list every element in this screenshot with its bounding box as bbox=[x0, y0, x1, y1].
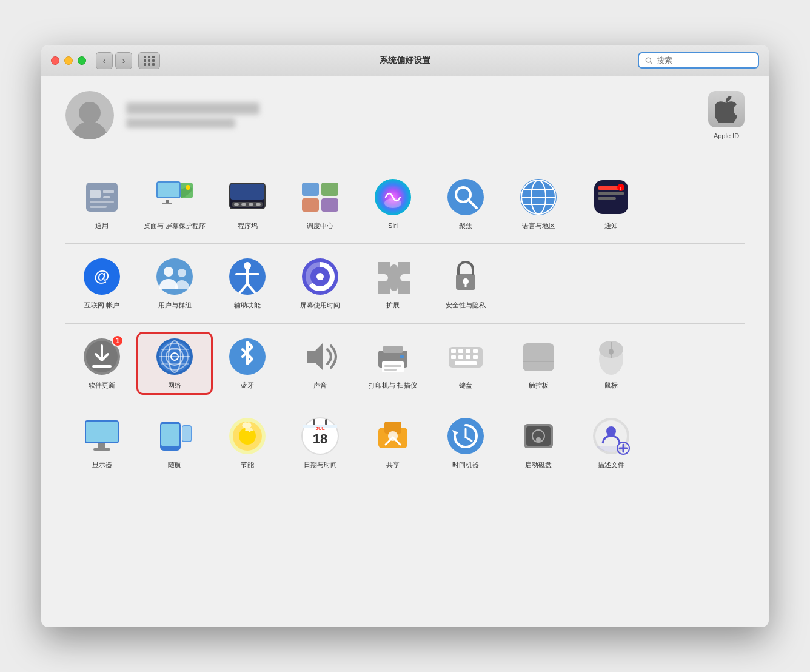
content: Apple ID 通用桌面与 屏幕保护程序程序坞调度中心Siri聚焦语言与地区!… bbox=[41, 76, 769, 627]
apple-id-section[interactable]: Apple ID bbox=[708, 91, 745, 139]
icon-img-security bbox=[446, 257, 485, 296]
icon-item-accessibility[interactable]: 辅助功能 bbox=[211, 254, 284, 313]
icon-label-screentime: 屏幕使用时间 bbox=[300, 301, 340, 309]
icon-item-notifications[interactable]: !通知 bbox=[575, 174, 648, 234]
icon-label-desktop: 桌面与 屏幕保护程序 bbox=[144, 221, 206, 230]
icon-item-general[interactable]: 通用 bbox=[65, 174, 138, 234]
icon-img-displays bbox=[82, 417, 121, 455]
svg-rect-86 bbox=[458, 355, 463, 359]
icon-item-spotlight[interactable]: 聚焦 bbox=[429, 174, 502, 234]
icon-label-network: 网络 bbox=[168, 381, 181, 389]
icon-label-sound: 声音 bbox=[313, 381, 327, 389]
icon-item-softwareupdate[interactable]: 1软件更新 bbox=[65, 334, 138, 393]
svg-text:JUL: JUL bbox=[315, 426, 324, 431]
icon-item-language[interactable]: 语言与地区 bbox=[502, 174, 575, 234]
icon-item-startup[interactable]: 启动磁盘 bbox=[502, 413, 575, 472]
icon-label-profiles: 描述文件 bbox=[598, 460, 624, 469]
svg-rect-7 bbox=[90, 206, 107, 208]
icon-item-desktop[interactable]: 桌面与 屏幕保护程序 bbox=[138, 174, 211, 234]
grid-button[interactable] bbox=[138, 52, 160, 69]
icon-item-sidecar[interactable]: 随航 bbox=[138, 413, 211, 472]
icon-label-timemachine: 时间机器 bbox=[452, 460, 479, 469]
icon-item-displays[interactable]: 显示器 bbox=[65, 413, 138, 472]
icon-item-mission[interactable]: 调度中心 bbox=[284, 174, 356, 234]
svg-rect-98 bbox=[98, 443, 105, 448]
back-button[interactable]: ‹ bbox=[96, 52, 113, 69]
window-title: 系统偏好设置 bbox=[380, 55, 430, 66]
svg-rect-90 bbox=[523, 343, 554, 371]
svg-rect-22 bbox=[302, 183, 319, 196]
icon-label-users: 用户与群组 bbox=[158, 301, 192, 309]
icon-item-profiles[interactable]: 描述文件 bbox=[575, 413, 648, 472]
icon-item-dock[interactable]: 程序坞 bbox=[211, 174, 284, 234]
avatar[interactable] bbox=[65, 91, 114, 139]
icon-img-profiles bbox=[592, 417, 631, 455]
svg-point-59 bbox=[463, 278, 469, 284]
icon-item-mouse[interactable]: 鼠标 bbox=[575, 334, 648, 393]
icon-img-softwareupdate: 1 bbox=[82, 337, 121, 376]
icon-item-datetime[interactable]: JUL18日期与时间 bbox=[284, 413, 356, 472]
icon-item-network[interactable]: 网络 bbox=[138, 334, 211, 393]
icon-img-mission bbox=[301, 178, 340, 217]
icon-img-network bbox=[155, 337, 194, 376]
icon-label-mouse: 鼠标 bbox=[604, 381, 618, 389]
badge-softwareupdate: 1 bbox=[112, 335, 124, 347]
icon-label-mission: 调度中心 bbox=[307, 221, 333, 230]
icon-label-extensions: 扩展 bbox=[386, 301, 400, 309]
icon-item-internet[interactable]: @互联网 帐户 bbox=[65, 254, 138, 313]
icon-item-screentime[interactable]: 屏幕使用时间 bbox=[284, 254, 356, 313]
svg-rect-99 bbox=[93, 448, 110, 451]
svg-rect-4 bbox=[103, 190, 114, 193]
svg-rect-18 bbox=[234, 203, 239, 206]
icon-label-language: 语言与地区 bbox=[522, 221, 555, 230]
icons-container: 通用桌面与 屏幕保护程序程序坞调度中心Siri聚焦语言与地区!通知@互联网 帐户… bbox=[41, 152, 769, 627]
search-box[interactable] bbox=[638, 52, 759, 69]
search-input[interactable] bbox=[657, 56, 752, 65]
svg-point-95 bbox=[609, 349, 614, 355]
icon-item-printers[interactable]: 打印机与 扫描仪 bbox=[356, 334, 429, 393]
apple-logo-icon bbox=[715, 96, 737, 123]
icon-img-notifications: ! bbox=[592, 178, 631, 217]
svg-point-125 bbox=[606, 426, 616, 436]
maximize-button[interactable] bbox=[78, 56, 86, 65]
close-button[interactable] bbox=[51, 56, 59, 65]
icon-item-extensions[interactable]: 扩展 bbox=[356, 254, 429, 313]
icon-item-bluetooth[interactable]: 蓝牙 bbox=[211, 334, 284, 393]
icon-label-spotlight: 聚焦 bbox=[459, 221, 472, 230]
svg-rect-76 bbox=[383, 346, 403, 353]
icon-label-printers: 打印机与 扫描仪 bbox=[369, 381, 417, 389]
svg-rect-101 bbox=[161, 424, 179, 446]
icon-label-siri: Siri bbox=[388, 221, 398, 230]
svg-rect-97 bbox=[86, 422, 118, 442]
svg-line-1 bbox=[651, 62, 652, 64]
icon-img-extensions bbox=[373, 257, 412, 296]
icon-label-energy: 节能 bbox=[241, 460, 254, 469]
icon-label-dock: 程序坞 bbox=[238, 221, 258, 230]
forward-button[interactable]: › bbox=[115, 52, 132, 69]
icon-item-security[interactable]: 安全性与隐私 bbox=[429, 254, 502, 313]
svg-rect-24 bbox=[302, 198, 319, 212]
icon-item-sharing[interactable]: 共享 bbox=[356, 413, 429, 472]
apple-id-icon[interactable] bbox=[708, 91, 745, 127]
icon-item-users[interactable]: 用户与群组 bbox=[138, 254, 211, 313]
icon-img-mouse bbox=[592, 337, 631, 376]
nav-buttons: ‹ › bbox=[96, 52, 160, 69]
icon-img-internet: @ bbox=[82, 257, 121, 296]
icons-row-0: 通用桌面与 屏幕保护程序程序坞调度中心Siri聚焦语言与地区!通知 bbox=[65, 164, 745, 244]
icon-item-trackpad[interactable]: 触控板 bbox=[502, 334, 575, 393]
svg-point-46 bbox=[164, 267, 173, 277]
icon-item-energy[interactable]: 节能 bbox=[211, 413, 284, 472]
svg-rect-84 bbox=[473, 349, 478, 353]
svg-point-45 bbox=[156, 258, 193, 295]
svg-rect-120 bbox=[526, 426, 551, 446]
search-icon bbox=[645, 56, 653, 65]
icon-img-dock bbox=[228, 178, 267, 217]
icon-item-siri[interactable]: Siri bbox=[356, 174, 429, 234]
icon-item-keyboard[interactable]: 键盘 bbox=[429, 334, 502, 393]
minimize-button[interactable] bbox=[64, 56, 73, 65]
icon-label-startup: 启动磁盘 bbox=[525, 460, 552, 469]
icon-img-energy bbox=[228, 417, 267, 455]
icon-item-sound[interactable]: 声音 bbox=[284, 334, 356, 393]
svg-rect-9 bbox=[158, 183, 179, 197]
icon-item-timemachine[interactable]: 时间机器 bbox=[429, 413, 502, 472]
